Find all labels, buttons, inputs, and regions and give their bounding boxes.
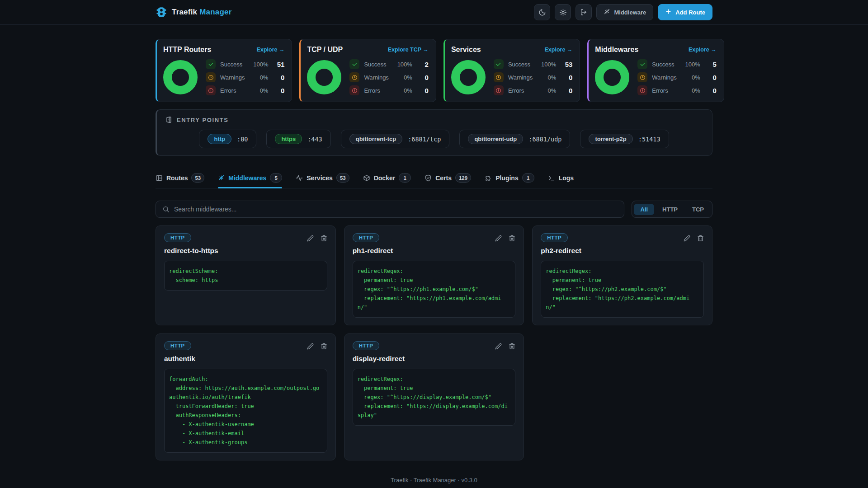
stat-count: 0 — [417, 74, 429, 81]
stat-card-title: HTTP Routers — [163, 46, 211, 54]
stat-count: 0 — [273, 74, 284, 81]
card-actions — [684, 233, 704, 242]
stat-row-success: Success 100% 53 — [494, 59, 572, 69]
plus-icon — [665, 8, 672, 16]
settings-button[interactable] — [555, 4, 571, 20]
alert-icon — [495, 88, 501, 94]
stat-row-error: Errors 0% 0 — [637, 85, 716, 95]
middleware-name: display-redirect — [353, 355, 516, 363]
check-icon — [352, 61, 358, 67]
delete-button[interactable] — [697, 235, 704, 242]
explore-link[interactable]: Explore → — [689, 47, 717, 53]
filter-http[interactable]: HTTP — [656, 204, 684, 215]
door-icon — [165, 116, 172, 123]
edit-button[interactable] — [495, 235, 502, 242]
stat-card-header: Services Explore → — [451, 46, 572, 54]
tab-label: Services — [307, 174, 333, 182]
stat-row-error: Errors 0% 0 — [206, 85, 284, 95]
stat-row-success: Success 100% 2 — [349, 59, 428, 69]
terminal-icon — [548, 174, 555, 182]
tab-label: Logs — [559, 174, 574, 182]
tab-logs[interactable]: Logs — [548, 173, 574, 188]
delete-button[interactable] — [509, 343, 515, 350]
stat-rows: Success 100% 2 Warnings 0% 0 Errors 0% 0 — [349, 59, 428, 95]
entry-point-name-badge: qbittorrent-tcp — [349, 134, 403, 144]
stat-percent: 0% — [537, 74, 556, 81]
theme-toggle-button[interactable] — [534, 4, 550, 20]
search-input[interactable] — [174, 206, 618, 213]
middleware-yaml-code: redirectRegex: permanent: true regex: "^… — [353, 369, 516, 426]
middleware-card-redirect-to-https: HTTP redirect-to-https redirectScheme: s… — [156, 225, 336, 325]
edit-button[interactable] — [684, 235, 690, 242]
filter-tcp[interactable]: TCP — [686, 204, 710, 215]
explore-link[interactable]: Explore → — [257, 47, 285, 53]
success-donut-chart — [163, 60, 198, 94]
explore-link[interactable]: Explore → — [544, 47, 572, 53]
table-icon — [156, 174, 163, 182]
logout-button[interactable] — [576, 4, 592, 20]
filter-all[interactable]: All — [634, 204, 654, 215]
entry-point-torrent-p2p[interactable]: torrent-p2p :51413 — [580, 130, 669, 148]
trash-icon — [321, 235, 327, 242]
entry-point-port: :51413 — [638, 136, 660, 143]
package-icon — [363, 174, 370, 182]
stat-label: Warnings — [220, 74, 245, 81]
stat-label: Warnings — [508, 74, 533, 81]
edit-button[interactable] — [307, 343, 314, 350]
stat-card-title: TCP / UDP — [307, 46, 343, 54]
delete-button[interactable] — [321, 235, 327, 242]
stat-percent: 0% — [681, 74, 700, 81]
stat-percent: 0% — [393, 74, 412, 81]
middleware-icon — [604, 8, 610, 16]
clock-icon — [208, 75, 214, 80]
entry-point-qbittorrent-tcp[interactable]: qbittorrent-tcp :6881/tcp — [341, 130, 450, 148]
entry-point-http[interactable]: http :80 — [199, 130, 256, 148]
stat-rows: Success 100% 5 Warnings 0% 0 Errors 0% 0 — [637, 59, 716, 95]
stat-row-success: Success 100% 51 — [206, 59, 284, 69]
pencil-icon — [495, 235, 502, 242]
clock-icon-badge — [349, 72, 359, 82]
tab-plugins[interactable]: Plugins1 — [485, 173, 534, 188]
middleware-yaml-code: redirectScheme: scheme: https — [164, 261, 327, 291]
explore-link[interactable]: Explore TCP → — [388, 47, 429, 53]
stat-row-warning: Warnings 0% 0 — [349, 72, 428, 82]
entry-point-port: :80 — [237, 136, 248, 143]
footer-text: Traefik · Traefik Manager · v0.3.0 — [391, 477, 477, 483]
middleware-button[interactable]: Middleware — [596, 4, 653, 20]
add-route-button[interactable]: Add Route — [658, 4, 712, 20]
stat-count: 0 — [561, 87, 572, 94]
edit-button[interactable] — [307, 235, 314, 242]
stat-count: 0 — [705, 74, 717, 81]
tab-certs[interactable]: Certs129 — [425, 173, 471, 188]
edit-button[interactable] — [495, 343, 502, 350]
card-actions — [495, 233, 515, 242]
tab-count-badge: 5 — [270, 173, 282, 183]
stat-percent: 0% — [537, 87, 556, 94]
brand-name: Traefik — [172, 8, 197, 16]
activity-icon — [296, 174, 303, 182]
entry-point-qbittorrent-udp[interactable]: qbittorrent-udp :6881/udp — [459, 130, 570, 148]
delete-button[interactable] — [321, 343, 327, 350]
tab-services[interactable]: Services53 — [296, 173, 349, 188]
entry-points-title: ENTRY POINTS — [177, 117, 229, 123]
stat-count: 0 — [273, 87, 284, 94]
delete-button[interactable] — [509, 235, 515, 242]
stat-row-warning: Warnings 0% 0 — [637, 72, 716, 82]
tab-middlewares[interactable]: Middlewares5 — [218, 173, 282, 188]
stat-card-body: Success 100% 5 Warnings 0% 0 Errors 0% 0 — [595, 59, 716, 95]
stat-card-header: TCP / UDP Explore TCP → — [307, 46, 428, 54]
entry-point-https[interactable]: https :443 — [266, 130, 330, 148]
entry-point-name-badge: http — [208, 134, 231, 144]
tab-routes[interactable]: Routes53 — [156, 173, 204, 188]
middleware-card-header: HTTP — [164, 341, 327, 350]
stat-percent: 0% — [681, 87, 700, 94]
app-header: Traefik Manager Middleware Add Route — [0, 0, 868, 25]
trash-icon — [697, 235, 704, 242]
pencil-icon — [684, 235, 690, 242]
shield-icon — [425, 174, 432, 182]
clock-icon — [640, 75, 646, 80]
tab-docker[interactable]: Docker1 — [363, 173, 411, 188]
stat-percent: 100% — [537, 61, 556, 68]
card-actions — [307, 233, 327, 242]
alert-icon-badge — [349, 85, 359, 95]
